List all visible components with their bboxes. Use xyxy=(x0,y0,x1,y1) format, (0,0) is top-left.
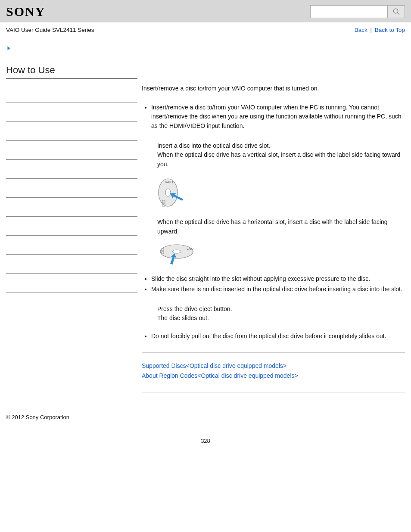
note-item-noforce: Do not forcibly pull out the disc from t… xyxy=(151,332,405,341)
sidebar-nav-item[interactable] xyxy=(6,103,137,122)
note-list-1: Insert/remove a disc to/from your VAIO c… xyxy=(142,103,405,131)
page-number: 328 xyxy=(0,438,411,454)
svg-point-0 xyxy=(393,9,398,13)
sidebar: How to Use xyxy=(6,37,137,401)
disc-horizontal-illustration: VAIO xyxy=(157,242,405,266)
step-insert-line2: When the optical disc drive has a vertic… xyxy=(157,150,405,169)
footer: © 2012 Sony Corporation xyxy=(0,414,411,438)
sidebar-nav-item[interactable] xyxy=(6,255,137,274)
sidebar-title: How to Use xyxy=(6,65,137,79)
step-eject-block: Press the drive eject button. The disc s… xyxy=(157,305,405,323)
divider-2 xyxy=(142,392,405,392)
note-list-3: Do not forcibly pull out the disc from t… xyxy=(142,332,405,341)
sidebar-nav-item[interactable] xyxy=(6,160,137,179)
guide-title: VAIO User Guide SVL2411 Series xyxy=(6,27,94,33)
sidebar-nav-item[interactable] xyxy=(6,236,137,255)
step-eject-line2: The disc slides out. xyxy=(157,314,405,323)
chevron-icon[interactable] xyxy=(6,45,137,53)
search-button[interactable] xyxy=(388,5,405,18)
link-separator: | xyxy=(370,27,372,33)
step-horizontal-text: When the optical disc drive has a horizo… xyxy=(157,218,405,236)
content-wrap: How to Use Insert/remove a disc to/from … xyxy=(0,37,411,414)
intro-text: Insert/remove a disc to/from your VAIO c… xyxy=(142,84,405,93)
related-link-supported-discs[interactable]: Supported Discs<Optical disc drive equip… xyxy=(142,361,405,371)
subheader-row: VAIO User Guide SVL2411 Series Back | Ba… xyxy=(0,22,411,37)
copyright-text: © 2012 Sony Corporation xyxy=(6,414,405,420)
svg-line-1 xyxy=(397,12,399,15)
sidebar-nav-item[interactable] xyxy=(6,274,137,292)
main-content: Insert/remove a disc to/from your VAIO c… xyxy=(137,37,405,401)
header-top: SONY xyxy=(6,4,405,19)
divider-1 xyxy=(142,352,405,353)
disc-vertical-illustration: VAIO xyxy=(157,175,405,210)
step-eject-line1: Press the drive eject button. xyxy=(157,305,405,314)
svg-point-3 xyxy=(165,189,171,196)
sidebar-nav-item[interactable] xyxy=(6,84,137,103)
note-item-nodisc: Make sure there is no disc inserted in t… xyxy=(151,285,405,294)
header-band: SONY xyxy=(0,0,411,22)
back-links: Back | Back to Top xyxy=(355,27,405,33)
svg-text:VAIO: VAIO xyxy=(165,180,173,184)
sidebar-nav-item[interactable] xyxy=(6,217,137,236)
related-link-region-codes[interactable]: About Region Codes<Optical disc drive eq… xyxy=(142,371,405,381)
sidebar-nav-item[interactable] xyxy=(6,198,137,217)
note-item-slide: Slide the disc straight into the slot wi… xyxy=(151,274,405,284)
search-box xyxy=(310,5,405,18)
step-insert-block: Insert a disc into the optical disc driv… xyxy=(157,141,405,266)
sony-logo: SONY xyxy=(6,4,45,19)
search-icon xyxy=(392,8,400,16)
search-input[interactable] xyxy=(310,5,388,18)
sidebar-nav-item[interactable] xyxy=(6,141,137,160)
related-topics: Supported Discs<Optical disc drive equip… xyxy=(142,361,405,381)
note-item-running: Insert/remove a disc to/from your VAIO c… xyxy=(151,103,405,131)
sidebar-nav-item[interactable] xyxy=(6,122,137,141)
back-to-top-link[interactable]: Back to Top xyxy=(375,27,405,33)
svg-point-8 xyxy=(172,250,181,253)
sidebar-nav-item[interactable] xyxy=(6,179,137,198)
step-insert-line1: Insert a disc into the optical disc driv… xyxy=(157,141,405,151)
svg-text:VAIO: VAIO xyxy=(187,247,194,250)
back-link[interactable]: Back xyxy=(355,27,367,33)
note-list-2: Slide the disc straight into the slot wi… xyxy=(142,274,405,294)
